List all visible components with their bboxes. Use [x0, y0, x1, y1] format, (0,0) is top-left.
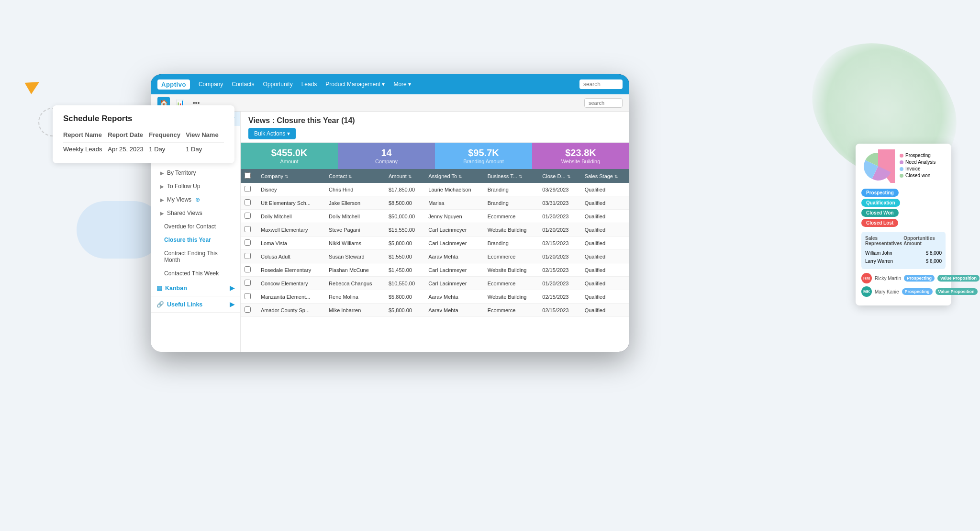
table-row: Dolly Mitchell Dolly Mitchell $50,000.00…: [241, 210, 629, 223]
cell-contact: Rene Molina: [325, 290, 385, 304]
rep-name-mary: Mary Kanie: [875, 289, 899, 294]
row-checkbox[interactable]: [245, 226, 251, 232]
nav-contacts[interactable]: Contacts: [232, 81, 254, 88]
cell-checkbox: [241, 237, 257, 250]
sort-icon[interactable]: ⇅: [567, 174, 571, 179]
row-checkbox[interactable]: [245, 293, 251, 299]
link-icon: 🔗: [156, 301, 164, 308]
nav-leads[interactable]: Leads: [301, 81, 317, 88]
kanban-icon: ▦: [156, 284, 162, 292]
data-table: Company ⇅ Contact ⇅ Amount ⇅ Assigned To…: [241, 169, 629, 317]
sidebar-item-contacted[interactable]: Contacted This Week: [151, 267, 240, 280]
row-checkbox[interactable]: [245, 239, 251, 246]
row-frequency: 1 Day: [149, 143, 186, 155]
nav-opportunity[interactable]: Opportunity: [263, 81, 293, 88]
sort-icon[interactable]: ⇅: [285, 174, 289, 179]
nav-product-management[interactable]: Product Management ▾: [325, 81, 385, 88]
toolbar-search-input[interactable]: [584, 98, 623, 108]
sidebar-item-by-territory[interactable]: ▶ By Territory: [151, 166, 240, 180]
kanban-header[interactable]: ▦ Kanban ▶: [151, 280, 240, 296]
legend-dot: [900, 160, 903, 164]
col-close: Close D... ⇅: [538, 169, 580, 183]
schedule-reports-panel: Schedule Reports Report Name Report Date…: [53, 105, 234, 163]
plus-icon[interactable]: ⊕: [195, 196, 200, 203]
cell-contact: Steve Pagani: [325, 223, 385, 237]
stat-label-company: Company: [345, 158, 428, 164]
sort-icon[interactable]: ⇅: [519, 174, 523, 179]
row-checkbox[interactable]: [245, 186, 251, 192]
sidebar-item-closure[interactable]: Closure this Year: [151, 233, 240, 247]
bulk-actions-button[interactable]: Bulk Actions ▾: [248, 128, 296, 139]
stage-badges-container: Prospecting Qualification Closed Won Clo…: [861, 189, 946, 227]
sort-icon[interactable]: ⇅: [408, 174, 412, 179]
nav-search-input[interactable]: [579, 79, 623, 89]
stage-badge-prospecting: Prospecting: [861, 189, 899, 197]
sales-reps-header: Sales Representatives Opportunities Amou…: [865, 236, 942, 246]
sidebar-item-to-follow-up[interactable]: ▶ To Follow Up: [151, 180, 240, 193]
row-checkbox[interactable]: [245, 306, 251, 313]
cell-checkbox: [241, 304, 257, 317]
row-checkbox[interactable]: [245, 199, 251, 205]
col-assigned: Assigned To ⇅: [424, 169, 483, 183]
stat-card-branding: $95.7K Branding Amount: [435, 143, 532, 169]
row-checkbox[interactable]: [245, 213, 251, 219]
rep-stage-row-2: MK Mary Kanie Prospecting Value Proposit…: [861, 286, 946, 297]
nav-more[interactable]: More ▾: [393, 81, 411, 88]
legend-dot: [900, 167, 903, 171]
rep-stage1-mary: Prospecting: [902, 288, 933, 295]
cell-company: Loma Vista: [257, 237, 325, 250]
cell-checkbox: [241, 277, 257, 290]
sales-reps-panel: Sales Representatives Opportunities Amou…: [861, 232, 946, 269]
sort-icon[interactable]: ⇅: [614, 174, 618, 179]
cell-contact: Susan Steward: [325, 250, 385, 263]
cell-checkbox: [241, 223, 257, 237]
sort-icon[interactable]: ⇅: [458, 174, 462, 179]
nav-company[interactable]: Company: [199, 81, 223, 88]
legend-need-analysis: Need Analysis: [900, 159, 935, 165]
useful-links-header[interactable]: 🔗 Useful Links ▶: [151, 296, 240, 312]
rep-stage2-ricky: Value Proposition: [937, 275, 980, 282]
cell-close: 01/20/2023: [538, 250, 580, 263]
kanban-expand-icon[interactable]: ▶: [230, 284, 234, 292]
row-checkbox[interactable]: [245, 266, 251, 272]
col-business: Business T... ⇅: [484, 169, 539, 183]
rep-name-2: Larry Warren: [865, 259, 893, 264]
col-report-date: Report Date: [108, 129, 149, 143]
cell-business: Website Building: [484, 290, 539, 304]
cell-close: 02/15/2023: [538, 237, 580, 250]
cell-checkbox: [241, 290, 257, 304]
sort-icon[interactable]: ⇅: [348, 174, 352, 179]
sidebar-item-contract[interactable]: Contract Ending This Month: [151, 247, 240, 267]
cell-contact: Plashan McCune: [325, 263, 385, 277]
cell-business: Website Building: [484, 223, 539, 237]
cell-checkbox: [241, 210, 257, 223]
cell-company: Colusa Adult: [257, 250, 325, 263]
cell-stage: Qualified: [581, 263, 629, 277]
cell-business: Branding: [484, 183, 539, 196]
row-checkbox[interactable]: [245, 280, 251, 286]
table-row: Amador County Sp... Mike Inbarren $5,800…: [241, 304, 629, 317]
stat-card-company: 14 Company: [338, 143, 435, 169]
cell-company: Utt Elementary Sch...: [257, 196, 325, 210]
sidebar-item-my-views[interactable]: ▶ My Views ⊕: [151, 193, 240, 206]
cell-business: Ecommerce: [484, 210, 539, 223]
cell-company: Maxwell Elementary: [257, 223, 325, 237]
cell-close: 03/31/2023: [538, 196, 580, 210]
cell-assigned: Laurie Michaelson: [424, 183, 483, 196]
nav-bar: Apptivo Company Contacts Opportunity Lea…: [151, 74, 629, 94]
col-company: Company ⇅: [257, 169, 325, 183]
cell-company: Manzanita Element...: [257, 290, 325, 304]
select-all-checkbox[interactable]: [245, 172, 251, 179]
row-checkbox[interactable]: [245, 253, 251, 259]
cell-checkbox: [241, 196, 257, 210]
sidebar-item-overdue[interactable]: Overdue for Contact: [151, 220, 240, 233]
cell-amount: $17,850.00: [385, 183, 424, 196]
cell-assigned: Aarav Mehta: [424, 250, 483, 263]
kanban-section: ▦ Kanban ▶: [151, 280, 240, 296]
cell-stage: Qualified: [581, 250, 629, 263]
cell-assigned: Jenny Nguyen: [424, 210, 483, 223]
bg-cloud-decoration: [77, 201, 163, 259]
table-row: Manzanita Element... Rene Molina $5,800.…: [241, 290, 629, 304]
sidebar-item-shared-views[interactable]: ▶ Shared Views: [151, 206, 240, 220]
useful-links-expand-icon[interactable]: ▶: [230, 301, 234, 308]
